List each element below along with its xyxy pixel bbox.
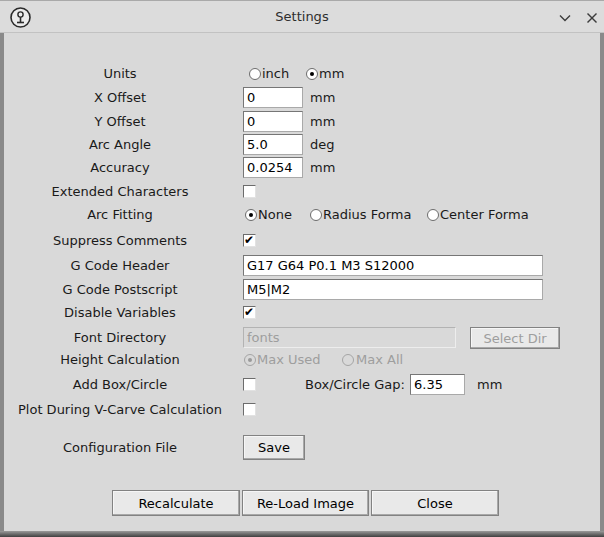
accuracy-input[interactable] xyxy=(243,157,303,178)
close-icon[interactable] xyxy=(583,9,601,27)
window-border-left xyxy=(0,33,4,531)
plot-during-vcarve-checkbox[interactable] xyxy=(243,403,256,416)
x-offset-unit: mm xyxy=(310,86,335,110)
arc-fitting-center-radio[interactable] xyxy=(427,209,439,221)
select-dir-button: Select Dir xyxy=(470,327,560,349)
row-units: Units inch mm xyxy=(0,62,604,86)
arc-fitting-none-radio[interactable] xyxy=(245,209,257,221)
box-circle-gap-unit: mm xyxy=(477,373,502,397)
extended-characters-label: Extended Characters xyxy=(4,180,236,204)
footer-buttons: Recalculate Re-Load Image Close xyxy=(0,490,604,516)
height-max-all-radio xyxy=(342,354,354,366)
suppress-comments-label: Suppress Comments xyxy=(4,229,236,253)
arc-angle-unit: deg xyxy=(310,133,335,157)
units-mm-radio[interactable] xyxy=(306,68,318,80)
arc-angle-label: Arc Angle xyxy=(4,133,236,157)
row-x-offset: X Offset mm xyxy=(0,86,604,110)
font-directory-input xyxy=(243,327,456,348)
row-plot-during-vcarve: Plot During V-Carve Calculation xyxy=(0,398,604,422)
units-label: Units xyxy=(4,62,236,86)
gcode-postscript-label: G Code Postscript xyxy=(4,278,236,302)
height-max-used-radio xyxy=(244,354,256,366)
window-border-bottom xyxy=(0,531,604,537)
row-y-offset: Y Offset mm xyxy=(0,110,604,134)
height-calculation-label: Height Calculation xyxy=(4,348,236,372)
y-offset-unit: mm xyxy=(310,110,335,134)
arc-fitting-radius-radio[interactable] xyxy=(310,209,322,221)
add-box-circle-label: Add Box/Circle xyxy=(4,373,236,397)
y-offset-label: Y Offset xyxy=(4,110,236,134)
suppress-comments-checkbox[interactable] xyxy=(243,234,256,247)
row-extended-characters: Extended Characters xyxy=(0,180,604,204)
configuration-file-label: Configuration File xyxy=(4,435,236,460)
height-max-all-radio-label: Max All xyxy=(356,348,403,372)
x-offset-input[interactable] xyxy=(243,87,303,108)
arc-fitting-center-radio-label: Center Forma xyxy=(440,203,529,227)
box-circle-gap-input[interactable] xyxy=(410,374,465,395)
row-arc-angle: Arc Angle deg xyxy=(0,133,604,157)
arc-fitting-none-radio-label: None xyxy=(258,203,292,227)
row-height-calculation: Height Calculation Max Used Max All xyxy=(0,348,604,372)
row-gcode-postscript: G Code Postscript xyxy=(0,278,604,302)
arc-angle-input[interactable] xyxy=(243,134,303,155)
recalculate-button[interactable]: Recalculate xyxy=(112,490,240,516)
extended-characters-checkbox[interactable] xyxy=(243,185,256,198)
row-accuracy: Accuracy mm xyxy=(0,156,604,180)
gcode-header-label: G Code Header xyxy=(4,254,236,278)
window-border-right xyxy=(600,33,604,531)
disable-variables-label: Disable Variables xyxy=(4,301,236,325)
x-offset-label: X Offset xyxy=(4,86,236,110)
row-suppress-comments: Suppress Comments xyxy=(0,229,604,253)
row-disable-variables: Disable Variables xyxy=(0,301,604,325)
reload-image-button[interactable]: Re-Load Image xyxy=(242,490,369,516)
units-mm-radio-label: mm xyxy=(319,62,344,86)
close-button[interactable]: Close xyxy=(371,490,499,516)
add-box-circle-checkbox[interactable] xyxy=(243,378,256,391)
gcode-header-input[interactable] xyxy=(243,255,543,276)
accuracy-unit: mm xyxy=(310,156,335,180)
units-inch-radio[interactable] xyxy=(249,68,261,80)
titlebar: Settings xyxy=(0,0,604,33)
arc-fitting-label: Arc Fitting xyxy=(4,203,236,227)
row-add-box-circle: Add Box/Circle Box/Circle Gap: mm xyxy=(0,373,604,397)
chevron-down-icon[interactable] xyxy=(556,9,574,27)
disable-variables-checkbox[interactable] xyxy=(243,306,256,319)
accuracy-label: Accuracy xyxy=(4,156,236,180)
row-configuration-file: Configuration File Save xyxy=(0,435,604,460)
plot-during-vcarve-label: Plot During V-Carve Calculation xyxy=(4,398,236,422)
row-gcode-header: G Code Header xyxy=(0,254,604,278)
window-title: Settings xyxy=(0,1,604,33)
y-offset-input[interactable] xyxy=(243,111,303,132)
settings-dialog: Settings Units inch mm X Offset mm Y Off… xyxy=(0,0,604,537)
height-max-used-radio-label: Max Used xyxy=(257,348,321,372)
arc-fitting-radius-radio-label: Radius Forma xyxy=(323,203,411,227)
units-inch-radio-label: inch xyxy=(262,62,289,86)
save-button[interactable]: Save xyxy=(243,435,305,460)
row-arc-fitting: Arc Fitting None Radius Forma Center For… xyxy=(0,203,604,227)
row-font-directory: Font Directory Select Dir xyxy=(0,326,604,350)
gcode-postscript-input[interactable] xyxy=(243,279,543,300)
box-circle-gap-label: Box/Circle Gap: xyxy=(305,373,405,397)
font-directory-label: Font Directory xyxy=(4,326,236,350)
